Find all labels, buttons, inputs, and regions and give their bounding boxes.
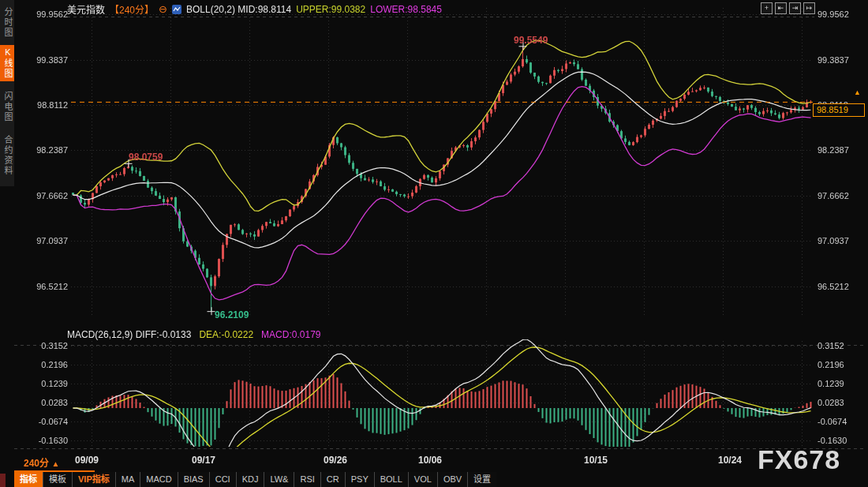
tab-VOL[interactable]: VOL bbox=[408, 472, 437, 487]
price-axis-right-5: 97.6662 bbox=[817, 191, 849, 200]
boll-lower-value: LOWER:98.5845 bbox=[370, 4, 442, 15]
sidebar-item-2[interactable]: K线图 bbox=[0, 45, 14, 81]
macd-axis-left-2: 0.2196 bbox=[24, 360, 68, 369]
exit-icon[interactable]: ↦ bbox=[803, 2, 815, 14]
symbol-name: 美元指数 bbox=[67, 2, 105, 16]
sidebar-item-4[interactable]: 合约资料 bbox=[0, 131, 14, 180]
tab-KDJ[interactable]: KDJ bbox=[236, 472, 264, 487]
collapse-icon[interactable]: ⊖ bbox=[159, 3, 167, 15]
tab-BOLL[interactable]: BOLL bbox=[374, 472, 408, 487]
macd-axis-left-5: -0.0674 bbox=[24, 417, 68, 426]
tab-MA[interactable]: MA bbox=[115, 472, 140, 487]
pan-icon[interactable]: + bbox=[761, 2, 773, 14]
annotation-peak-high: 99.5549 bbox=[514, 35, 548, 46]
price-axis-left-3: 98.8112 bbox=[24, 100, 68, 110]
macd-axis-left-4: 0.0283 bbox=[24, 398, 68, 407]
x-axis-label-3: 09/26 bbox=[324, 455, 347, 466]
footer-interval[interactable]: 240分 ▲ bbox=[24, 455, 59, 469]
chart-canvas[interactable] bbox=[0, 0, 868, 487]
tab-LW&[interactable]: LW& bbox=[264, 472, 294, 487]
price-axis-right-1: 99.9562 bbox=[817, 9, 849, 19]
tab-VIP指标[interactable]: VIP指标 bbox=[72, 472, 115, 487]
price-axis-right-7: 96.5212 bbox=[817, 282, 849, 291]
price-axis-left-6: 97.0937 bbox=[24, 236, 68, 245]
macd-axis-left-6: -0.1630 bbox=[24, 436, 68, 445]
price-axis-left-4: 98.2387 bbox=[24, 145, 68, 155]
price-arrow-icon: ▲ bbox=[854, 88, 861, 96]
price-axis-right-6: 97.0937 bbox=[817, 236, 849, 245]
price-axis-left-5: 97.6662 bbox=[24, 191, 68, 200]
boll-upper-value: UPPER:99.0382 bbox=[296, 4, 365, 15]
macd-diff-value: MACD(26,12,9) DIFF:-0.0133 bbox=[67, 329, 191, 340]
tab-OBV[interactable]: OBV bbox=[437, 472, 467, 487]
macd-axis-right-2: 0.2196 bbox=[817, 360, 844, 369]
compress-right-icon[interactable]: ⇥ bbox=[789, 2, 801, 14]
tab-MACD[interactable]: MACD bbox=[140, 472, 177, 487]
price-axis-right-2: 99.3837 bbox=[817, 55, 849, 65]
interval-label: 【240分】 bbox=[110, 2, 154, 16]
macd-header: MACD(26,12,9) DIFF:-0.0133 DEA:-0.0222 M… bbox=[67, 329, 320, 340]
macd-value: MACD:0.0179 bbox=[261, 329, 320, 340]
macd-dea-value: DEA:-0.0222 bbox=[199, 329, 253, 340]
price-axis-left-7: 96.5212 bbox=[24, 282, 68, 291]
x-axis-label-2: 09/17 bbox=[192, 455, 215, 466]
macd-axis-left-3: 0.1239 bbox=[24, 379, 68, 388]
price-axis-right-4: 98.2387 bbox=[817, 145, 849, 155]
compress-left-icon[interactable]: ⇤ bbox=[775, 2, 787, 14]
tab-模板[interactable]: 模板 bbox=[43, 472, 72, 487]
sidebar-item-3[interactable]: 闪电图 bbox=[0, 88, 14, 125]
sidebar: 分时图K线图闪电图合约资料 bbox=[0, 0, 14, 186]
x-axis-label-5: 10/15 bbox=[584, 455, 608, 466]
tab-CCI[interactable]: CCI bbox=[209, 472, 236, 487]
price-axis-left-1: 99.9562 bbox=[24, 9, 68, 19]
interval-dropdown-icon[interactable]: ▲ bbox=[51, 459, 59, 468]
tab-RSI[interactable]: RSI bbox=[294, 472, 320, 487]
corner-chip bbox=[0, 474, 6, 487]
top-toolbar: +⇤⇥↦ bbox=[761, 2, 815, 14]
sidebar-item-1[interactable]: 分时图 bbox=[0, 4, 14, 40]
chart-header: 美元指数 【240分】 ⊖ BOLL(20,2) MID:98.8114 UPP… bbox=[67, 2, 442, 16]
tab-BIAS[interactable]: BIAS bbox=[178, 472, 209, 487]
chart-window: 美元指数 【240分】 ⊖ BOLL(20,2) MID:98.8114 UPP… bbox=[0, 0, 868, 487]
tab-CR[interactable]: CR bbox=[320, 472, 345, 487]
annotation-low: 96.2109 bbox=[215, 309, 249, 320]
price-axis-left-2: 99.3837 bbox=[24, 55, 68, 65]
current-price-tag: 98.8519 bbox=[813, 103, 865, 117]
macd-axis-right-5: -0.0674 bbox=[817, 417, 847, 426]
macd-axis-right-3: 0.1239 bbox=[817, 379, 844, 388]
boll-mid-value: BOLL(20,2) MID:98.8114 bbox=[186, 4, 291, 15]
annotation-early-high: 98.0759 bbox=[129, 152, 163, 163]
macd-axis-right-4: 0.0283 bbox=[817, 398, 844, 407]
tab-设置[interactable]: 设置 bbox=[467, 472, 496, 487]
indicator-toolbar: 指标模板VIP指标MAMACDBIASCCIKDJLW&RSICRPSYBOLL… bbox=[14, 472, 496, 487]
watermark: FX678 bbox=[758, 444, 840, 475]
tab-指标[interactable]: 指标 bbox=[14, 472, 43, 487]
x-axis-label-1: 09/09 bbox=[75, 455, 99, 466]
macd-axis-left-1: 0.3152 bbox=[24, 341, 68, 350]
x-axis-label-4: 10/06 bbox=[418, 455, 442, 466]
chart-style-icon[interactable] bbox=[172, 4, 181, 15]
macd-axis-right-1: 0.3152 bbox=[817, 341, 844, 350]
tab-PSY[interactable]: PSY bbox=[345, 472, 374, 487]
x-axis-label-6: 10/24 bbox=[718, 455, 742, 466]
